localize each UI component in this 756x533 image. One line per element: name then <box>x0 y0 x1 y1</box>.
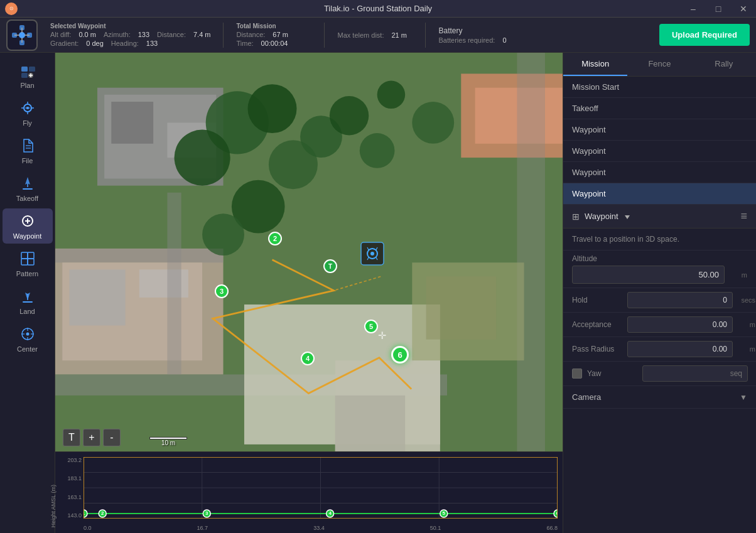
mission-item-takeoff[interactable]: Takeoff <box>563 98 756 119</box>
yaw-field-row: Yaw deg <box>563 362 756 386</box>
svg-rect-11 <box>21 73 28 78</box>
waypoint-editor: ⊞ Waypoint ≡ Travel to a position in 3D … <box>563 205 756 533</box>
sidebar-item-file[interactable]: File <box>3 133 53 168</box>
mission-item-wp3[interactable]: Waypoint <box>563 162 756 183</box>
main-content: Plan Fly File <box>0 53 756 533</box>
waypoint-marker-5[interactable]: 5 <box>364 320 378 333</box>
sidebar: Plan Fly File <box>0 53 55 533</box>
elevation-chart: Height AMSL (m) 203.2 183.1 163.1 143.0 … <box>55 451 563 533</box>
waypoint-marker-t[interactable]: T <box>323 259 337 273</box>
svg-rect-45 <box>111 102 153 144</box>
heading-value: 133 <box>146 40 158 47</box>
yaw-input[interactable] <box>642 365 748 382</box>
max-telem-value: 21 m <box>391 31 406 39</box>
sidebar-takeoff-label: Takeoff <box>16 195 38 202</box>
upload-required-button[interactable]: Upload Required <box>659 24 750 46</box>
tab-rally[interactable]: Rally <box>692 53 756 76</box>
waypoint-marker-2[interactable]: 2 <box>268 232 282 245</box>
total-distance-label: Distance: <box>236 31 265 38</box>
mission-item-wp1[interactable]: Waypoint <box>563 119 756 141</box>
sidebar-center-label: Center <box>17 345 38 353</box>
minimize-button[interactable]: – <box>681 0 706 18</box>
gradient-value: 0 deg <box>86 40 104 47</box>
camera-section[interactable]: Camera ▼ <box>563 386 756 409</box>
sidebar-item-pattern[interactable]: Pattern <box>3 246 53 281</box>
app-icon: ⊙ <box>5 3 18 15</box>
yaw-unit: deg <box>753 370 756 377</box>
map-t-button[interactable]: T <box>63 429 80 446</box>
svg-point-62 <box>412 102 454 144</box>
svg-point-60 <box>360 133 395 168</box>
waypoint-marker-4[interactable]: 4 <box>301 352 315 365</box>
tab-mission[interactable]: Mission <box>563 53 627 76</box>
sidebar-item-land[interactable]: Land <box>3 284 53 319</box>
svg-rect-32 <box>28 259 34 265</box>
map-container: 2 T 3 4 5 6 ✛ 10 m <box>55 53 563 533</box>
svg-point-57 <box>175 130 230 186</box>
app-title: Tilak.io - Ground Station Daily <box>324 4 432 13</box>
sidebar-item-waypoint[interactable]: Waypoint <box>3 208 53 244</box>
svg-point-64 <box>202 213 244 256</box>
elevation-canvas <box>84 457 558 519</box>
zoom-out-button[interactable]: - <box>103 429 121 446</box>
sidebar-item-fly[interactable]: Fly <box>3 95 53 131</box>
pass-radius-input[interactable] <box>627 341 733 357</box>
battery-label: Battery <box>438 26 506 35</box>
gradient-label: Gradient: <box>50 40 78 47</box>
mission-item-wp4[interactable]: Waypoint <box>563 183 756 205</box>
waypoint-marker-3[interactable]: 3 <box>215 284 229 298</box>
sidebar-item-center[interactable]: Center <box>3 321 53 357</box>
wp-menu-button[interactable]: ≡ <box>740 210 747 223</box>
sidebar-item-takeoff[interactable]: Takeoff <box>3 171 53 206</box>
pass-radius-field-row: Pass Radius m <box>563 337 756 362</box>
divider-3 <box>425 23 426 48</box>
camera-label: Camera <box>572 392 740 402</box>
mission-item-wp2[interactable]: Waypoint <box>563 141 756 162</box>
acceptance-input[interactable] <box>627 316 733 333</box>
batteries-required-label: Batteries required: <box>438 36 495 44</box>
wp-description: Travel to a position in 3D space. <box>563 229 756 250</box>
sidebar-item-plan[interactable]: Plan <box>3 58 53 93</box>
hold-field-row: Hold secs <box>563 288 756 313</box>
alt-diff-value: 0.0 m <box>78 31 96 38</box>
svg-rect-29 <box>21 252 28 259</box>
elevation-y-values: 203.2 183.1 163.1 143.0 <box>59 457 82 519</box>
sidebar-fly-label: Fly <box>23 119 32 127</box>
total-mission-label: Total Mission <box>236 23 311 30</box>
yaw-checkbox[interactable] <box>572 369 582 379</box>
svg-point-59 <box>330 96 369 135</box>
alt-diff-label: Alt diff: <box>50 31 71 38</box>
map[interactable]: 2 T 3 4 5 6 ✛ 10 m <box>55 53 563 451</box>
sidebar-waypoint-label: Waypoint <box>13 232 41 240</box>
total-mission-section: Total Mission Distance: 67 m Time: 00:00… <box>236 23 311 47</box>
tab-fence[interactable]: Fence <box>627 53 691 76</box>
maximize-button[interactable]: □ <box>706 0 731 18</box>
battery-section: Battery Batteries required: 0 <box>438 26 506 44</box>
svg-point-55 <box>248 84 297 133</box>
altitude-input[interactable] <box>572 266 725 284</box>
acceptance-unit: m <box>738 321 755 328</box>
waypoint-marker-6[interactable]: 6 <box>391 346 409 363</box>
map-zoom-controls: T + - <box>63 429 121 446</box>
svg-rect-30 <box>28 252 34 259</box>
svg-rect-10 <box>29 67 35 72</box>
total-time-value: 00:00:04 <box>261 40 288 47</box>
drone-icon <box>6 19 38 51</box>
divider-1 <box>223 23 224 48</box>
zoom-in-button[interactable]: + <box>83 429 100 446</box>
sidebar-plan-label: Plan <box>20 82 34 89</box>
hold-input[interactable] <box>627 292 733 308</box>
azimuth-label: Azimuth: <box>104 31 131 38</box>
mission-item-start[interactable]: Mission Start <box>563 77 756 98</box>
azimuth-value: 133 <box>138 31 149 38</box>
sidebar-file-label: File <box>22 157 33 164</box>
selected-waypoint-section: Selected Waypoint Alt diff: 0.0 m Azimut… <box>50 23 210 47</box>
wp-dropdown-arrow[interactable] <box>622 212 630 221</box>
svg-rect-48 <box>55 249 224 262</box>
distance-value: 7.4 m <box>193 31 211 38</box>
close-button[interactable]: ✕ <box>731 0 756 18</box>
max-telem-section: Max telem dist: 21 m <box>337 31 413 39</box>
elevation-y-label: Height AMSL (m) <box>50 485 57 527</box>
mission-list: Mission Start Takeoff Waypoint Waypoint … <box>563 77 756 205</box>
total-time-label: Time: <box>236 40 253 47</box>
